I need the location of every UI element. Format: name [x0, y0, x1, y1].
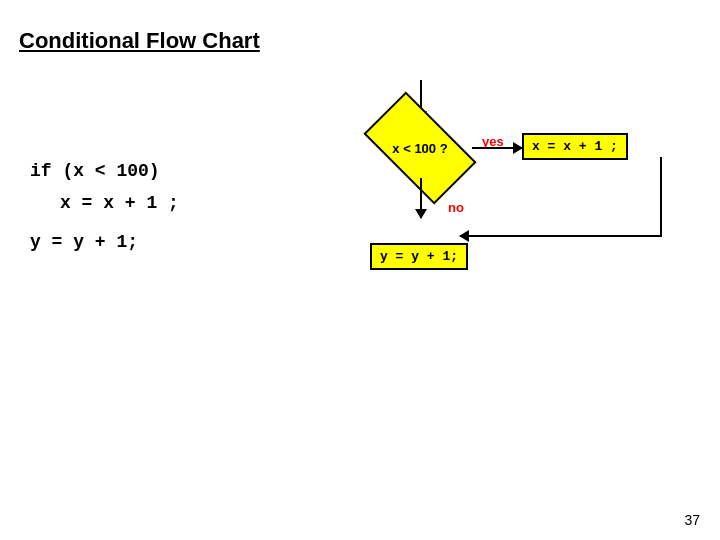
code-block: if (x < 100) x = x + 1 ; y = y + 1;: [30, 155, 179, 258]
box-x-assign: x = x + 1 ;: [522, 133, 628, 160]
box-y-assign: y = y + 1;: [370, 243, 468, 270]
arrow-into-y-box: [460, 235, 474, 237]
connector-horizontal: [472, 235, 662, 237]
code-line-2: x = x + 1 ;: [30, 187, 179, 219]
arrow-no-down: [420, 178, 422, 218]
arrow-yes-right: [472, 147, 522, 149]
code-line-3: y = y + 1;: [30, 226, 179, 258]
code-line-1: if (x < 100): [30, 155, 179, 187]
connector-vertical: [660, 157, 662, 237]
label-no: no: [448, 200, 464, 215]
flowchart: x < 100 ? yes x = x + 1 ; no y = y + 1;: [320, 80, 700, 360]
page-title: Conditional Flow Chart: [19, 28, 260, 54]
page-number: 37: [684, 512, 700, 528]
